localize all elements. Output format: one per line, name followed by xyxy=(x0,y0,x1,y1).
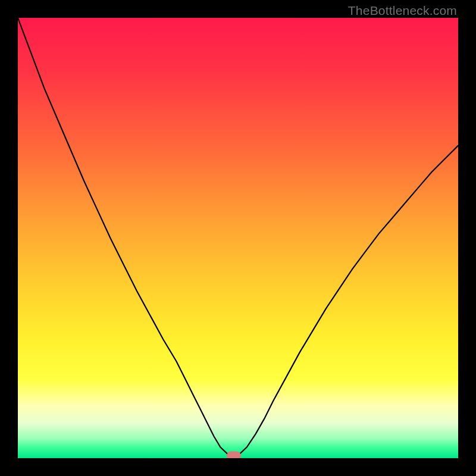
attribution-label: TheBottleneck.com xyxy=(348,4,457,18)
plot-area xyxy=(18,18,458,458)
chart-frame: TheBottleneck.com xyxy=(0,0,476,476)
bottleneck-curve xyxy=(18,18,458,458)
optimum-marker xyxy=(227,451,241,458)
